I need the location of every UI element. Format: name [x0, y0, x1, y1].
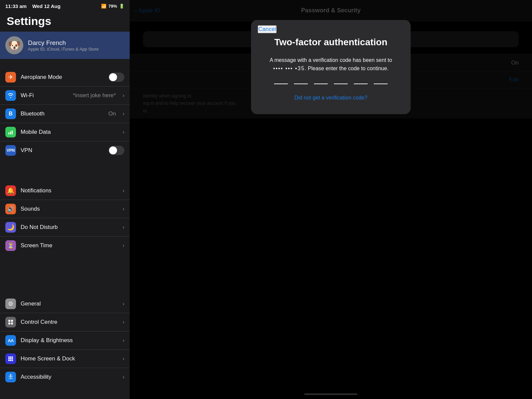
user-profile-row[interactable]: 🐶 Darcy French Apple ID, iCloud, iTunes … — [0, 32, 130, 59]
sidebar-item-bluetooth[interactable]: B Bluetooth On › — [0, 105, 130, 123]
svg-point-16 — [10, 374, 11, 376]
user-name: Darcy French — [28, 39, 99, 47]
bluetooth-value: On — [108, 110, 116, 117]
display-brightness-chevron-icon: › — [123, 337, 124, 343]
home-screen-icon — [5, 353, 16, 364]
sidebar-item-notifications[interactable]: 🔔 Notifications › — [0, 182, 130, 200]
svg-rect-9 — [12, 356, 13, 358]
modal-body: Two-factor authentication A message with… — [251, 20, 411, 114]
code-digit-6[interactable] — [374, 84, 388, 84]
sounds-chevron-icon: › — [123, 206, 124, 212]
screen-time-icon: ⏳ — [5, 240, 16, 251]
settings-title: Settings — [0, 12, 130, 32]
cancel-button[interactable]: Cancel — [258, 25, 277, 33]
sidebar-item-do-not-disturb[interactable]: 🌙 Do Not Disturb › — [0, 218, 130, 237]
code-digit-3[interactable] — [314, 84, 328, 84]
bluetooth-icon: B — [5, 108, 16, 119]
wifi-icon: 📶 — [101, 4, 106, 9]
sidebar-item-wifi[interactable]: Wi-Fi *insert joke here* › — [0, 87, 130, 105]
do-not-disturb-chevron-icon: › — [123, 224, 124, 230]
accessibility-chevron-icon: › — [123, 374, 124, 380]
code-digit-5[interactable] — [354, 84, 368, 84]
svg-rect-8 — [10, 356, 11, 358]
mobile-data-icon — [5, 127, 16, 137]
general-label: General — [21, 300, 118, 307]
home-screen-label: Home Screen & Dock — [21, 355, 118, 362]
vpn-icon: VPN — [5, 145, 16, 156]
status-time-date: 11:33 am Wed 12 Aug — [5, 3, 61, 9]
sidebar-item-display-brightness[interactable]: AA Display & Brightness › — [0, 331, 130, 350]
two-fa-modal: Cancel Two-factor authentication A messa… — [251, 20, 411, 114]
mobile-data-label: Mobile Data — [21, 129, 118, 135]
code-digit-2[interactable] — [294, 84, 308, 84]
group-separator-1 — [0, 59, 130, 68]
settings-group-3: ⚙ General › Control Centre › AA Display … — [0, 295, 130, 399]
display-brightness-label: Display & Brightness — [21, 337, 118, 344]
vpn-toggle[interactable] — [108, 146, 124, 155]
settings-group-1: ✈ Aeroplane Mode Wi-Fi *insert joke here… — [0, 68, 130, 172]
svg-rect-12 — [12, 358, 13, 359]
wifi-value: *insert joke here* — [73, 92, 116, 99]
mobile-data-chevron-icon: › — [123, 129, 124, 135]
user-subtitle: Apple ID, iCloud, iTunes & App Store — [28, 47, 99, 52]
display-brightness-icon: AA — [5, 335, 16, 346]
sidebar-item-home-screen[interactable]: Home Screen & Dock › — [0, 350, 130, 368]
battery-percent: 79% — [108, 4, 117, 9]
svg-rect-2 — [12, 130, 13, 134]
sidebar-item-sounds[interactable]: 🔊 Sounds › — [0, 200, 130, 218]
status-bar: 11:33 am Wed 12 Aug 📶 79% 🔋 — [0, 0, 130, 12]
code-digit-1[interactable] — [274, 84, 288, 84]
do-not-disturb-icon: 🌙 — [5, 222, 16, 233]
bluetooth-chevron-icon: › — [123, 111, 124, 117]
svg-rect-14 — [10, 360, 11, 361]
control-centre-label: Control Centre — [21, 319, 118, 325]
svg-rect-7 — [8, 356, 10, 358]
screen-time-chevron-icon: › — [123, 243, 124, 249]
svg-rect-4 — [11, 320, 13, 322]
svg-rect-11 — [10, 358, 11, 359]
control-centre-chevron-icon: › — [123, 319, 124, 325]
accessibility-icon — [5, 372, 16, 382]
sidebar-item-accessibility[interactable]: Accessibility › — [0, 368, 130, 386]
svg-rect-6 — [11, 322, 13, 324]
screen-time-label: Screen Time — [21, 242, 118, 249]
notifications-chevron-icon: › — [123, 188, 124, 194]
sidebar: 11:33 am Wed 12 Aug 📶 79% 🔋 Settings 🐶 D… — [0, 0, 130, 399]
code-digit-4[interactable] — [334, 84, 348, 84]
wifi-settings-icon — [5, 90, 16, 101]
user-info: Darcy French Apple ID, iCloud, iTunes & … — [28, 39, 99, 52]
group-separator-3 — [0, 286, 130, 295]
sidebar-item-aeroplane-mode[interactable]: ✈ Aeroplane Mode — [0, 68, 130, 87]
battery-icon: 🔋 — [119, 4, 124, 9]
general-icon: ⚙ — [5, 299, 16, 309]
two-fa-overlay: Cancel Two-factor authentication A messa… — [130, 0, 532, 399]
sidebar-item-general[interactable]: ⚙ General › — [0, 295, 130, 313]
wifi-chevron-icon: › — [123, 93, 124, 99]
general-chevron-icon: › — [123, 301, 124, 307]
svg-rect-10 — [8, 358, 10, 359]
sidebar-item-mobile-data[interactable]: Mobile Data › — [0, 123, 130, 141]
sounds-icon: 🔊 — [5, 204, 16, 214]
svg-rect-5 — [8, 322, 10, 324]
code-input-row[interactable] — [264, 84, 397, 84]
main-panel: ‹ Apple ID Password & Security Change pa… — [130, 0, 532, 399]
bluetooth-label: Bluetooth — [21, 110, 104, 117]
accessibility-label: Accessibility — [21, 374, 118, 380]
sidebar-item-vpn[interactable]: VPN VPN — [0, 141, 130, 159]
home-screen-chevron-icon: › — [123, 356, 124, 362]
resend-code-button[interactable]: Did not get a verification code? — [264, 95, 397, 101]
status-icons: 📶 79% 🔋 — [101, 4, 124, 9]
sounds-label: Sounds — [21, 206, 118, 212]
svg-rect-15 — [12, 360, 13, 361]
sidebar-item-screen-time[interactable]: ⏳ Screen Time › — [0, 237, 130, 255]
vpn-label: VPN — [21, 147, 104, 154]
svg-rect-1 — [10, 131, 11, 134]
svg-rect-0 — [8, 132, 9, 134]
aeroplane-mode-toggle[interactable] — [108, 73, 124, 82]
notifications-label: Notifications — [21, 187, 118, 194]
svg-rect-3 — [8, 320, 10, 322]
sidebar-item-control-centre[interactable]: Control Centre › — [0, 313, 130, 331]
avatar: 🐶 — [5, 36, 23, 54]
notifications-icon: 🔔 — [5, 185, 16, 196]
settings-group-2: 🔔 Notifications › 🔊 Sounds › 🌙 Do Not Di… — [0, 182, 130, 286]
